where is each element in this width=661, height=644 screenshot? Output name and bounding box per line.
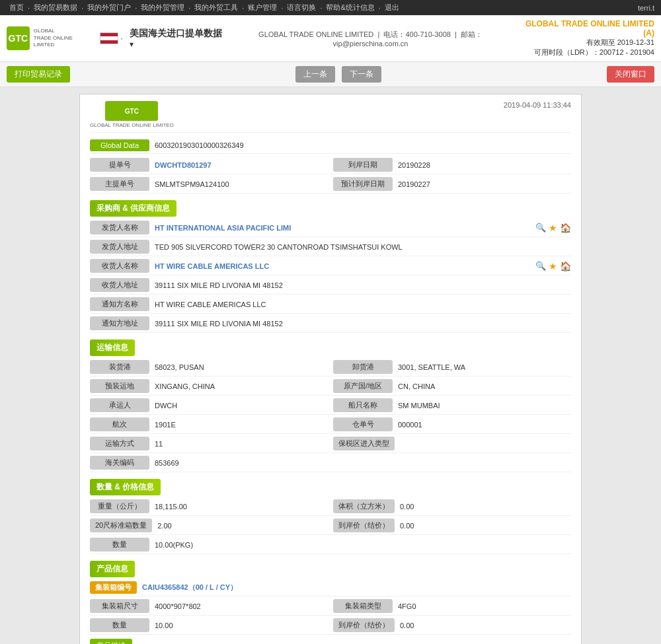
arrival-price-label: 到岸价（结价） bbox=[333, 519, 395, 532]
nav-export-mgmt[interactable]: 我的外贸管理 bbox=[141, 3, 184, 13]
vessel-col: 船只名称 SM MUMBAI bbox=[333, 398, 571, 412]
notify-addr-value: 39111 SIX MILE RD LIVONIA MI 48152 bbox=[155, 320, 571, 328]
arrival-date-value: 20190228 bbox=[398, 161, 571, 169]
main-content: GTC GLOBAL TRADE ONLINE LIMITED 2019-04-… bbox=[0, 87, 661, 644]
shipper-addr-label: 发货人地址 bbox=[90, 240, 149, 254]
pre-loading-col: 预装运地 XINGANG, CHINA bbox=[90, 379, 328, 393]
transport-mode-col: 运输方式 11 bbox=[90, 437, 328, 450]
gtc-icon: GTC bbox=[7, 26, 30, 50]
header-left: GTC GLOBALTRADE ONLINE LIMITED · 美国海关进口提… bbox=[7, 26, 225, 50]
container-type-col: 集装箱类型 4FG0 bbox=[333, 599, 571, 613]
loading-port-col: 装货港 58023, PUSAN bbox=[90, 360, 328, 374]
notify-name-row: 通知方名称 HT WIRE CABLE AMERICAS LLC bbox=[90, 297, 571, 314]
customs-value: 853669 bbox=[155, 459, 571, 467]
transport-section-title: 运输信息 bbox=[90, 340, 135, 356]
customs-row: 海关编码 853669 bbox=[90, 456, 571, 472]
consignee-home-icon[interactable]: 🏠 bbox=[560, 261, 571, 271]
toolbar: 打印贸易记录 上一条 下一条 关闭窗口 bbox=[0, 62, 661, 87]
warehouse-label: 仓单号 bbox=[333, 417, 393, 431]
home-icon[interactable]: 🏠 bbox=[560, 223, 571, 233]
weight-label: 重量（公斤） bbox=[90, 499, 149, 513]
quantity-section: 数量 & 价格信息 重量（公斤） 18,115.00 体积（立方米） 0.00 … bbox=[90, 479, 571, 554]
shipper-addr-value: TED 905 SILVERCORD TOWER2 30 CANTONROAD … bbox=[155, 243, 571, 251]
doc-logo-sub: GLOBAL TRADE ONLINE LIMITED bbox=[90, 122, 174, 128]
notify-name-label: 通知方名称 bbox=[90, 297, 149, 311]
estimated-date-label: 预计到岸日期 bbox=[333, 177, 393, 191]
page-title: 美国海关进口提单数据 bbox=[130, 28, 222, 38]
next-button[interactable]: 下一条 bbox=[342, 66, 381, 83]
pre-loading-label: 预装运地 bbox=[90, 379, 149, 393]
discharge-port-col: 卸货港 3001, SEATTLE, WA bbox=[333, 360, 571, 374]
volume-col: 体积（立方米） 0.00 bbox=[333, 499, 571, 513]
us-flag bbox=[100, 32, 118, 44]
transport-mode-row: 运输方式 11 保税区进入类型 bbox=[90, 437, 571, 453]
container-type-label: 集装箱类型 bbox=[333, 599, 393, 613]
arrival-price-value: 0.00 bbox=[400, 522, 571, 530]
shipper-name-row: 发货人名称 HT INTERNATIONAL ASIA PACIFIC LIMI… bbox=[90, 221, 571, 237]
header-company-info: GLOBAL TRADE ONLINE LIMITED | 电话：400-710… bbox=[225, 30, 516, 48]
shipper-name-label: 发货人名称 bbox=[90, 221, 149, 234]
quantity-label: 数量 bbox=[90, 538, 149, 552]
loading-port-label: 装货港 bbox=[90, 360, 149, 374]
consignee-star-icon[interactable]: ★ bbox=[549, 261, 557, 271]
header-company-name: GLOBAL TRADE ONLINE LIMITED bbox=[258, 30, 373, 38]
flag-separator: · bbox=[121, 34, 123, 43]
bonded-label: 保税区进入类型 bbox=[333, 437, 395, 450]
product-price-label: 到岸价（结价） bbox=[333, 618, 395, 632]
carrier-label: 承运人 bbox=[90, 398, 149, 412]
nav-language[interactable]: 语言切换 bbox=[287, 3, 316, 13]
nav-help[interactable]: 帮助&统计信息 bbox=[326, 3, 374, 13]
nav-account[interactable]: 账户管理 bbox=[248, 3, 277, 13]
gtc-logo: GTC GLOBALTRADE ONLINE LIMITED bbox=[7, 26, 93, 50]
print-button[interactable]: 打印贸易记录 bbox=[7, 66, 70, 83]
nav-home[interactable]: 首页 bbox=[9, 3, 24, 13]
consignee-addr-label: 收货人地址 bbox=[90, 278, 149, 292]
ports-row: 装货港 58023, PUSAN 卸货港 3001, SEATTLE, WA bbox=[90, 360, 571, 376]
origin-label: 原产国/地区 bbox=[333, 379, 393, 393]
product-desc-section: 产品描述 LOW VOLTAGE CABLES WITH CONNECTOR bbox=[90, 639, 571, 644]
prev-button[interactable]: 上一条 bbox=[295, 66, 335, 83]
bonded-col: 保税区进入类型 bbox=[333, 437, 571, 450]
header-valid: 有效期至 2019-12-31 bbox=[516, 38, 654, 48]
voyage-value: 1901E bbox=[155, 421, 328, 429]
product-desc-btn[interactable]: 产品描述 bbox=[90, 639, 132, 644]
weight-col: 重量（公斤） 18,115.00 bbox=[90, 499, 328, 513]
container-no-row: 集装箱编号 CAIU4365842（00 / L / CY） bbox=[90, 581, 571, 596]
consignee-search-icon[interactable]: 🔍 bbox=[535, 261, 546, 271]
nav-trade-data[interactable]: 我的贸易数据 bbox=[34, 3, 77, 13]
nav-export-tools[interactable]: 我的外贸工具 bbox=[194, 3, 238, 13]
header-ldr: 可用时段（LDR）：200712 - 201904 bbox=[516, 48, 654, 57]
close-button[interactable]: 关闭窗口 bbox=[607, 66, 654, 83]
loading-port-value: 58023, PUSAN bbox=[155, 363, 328, 371]
global-data-label: Global Data bbox=[90, 139, 149, 151]
container-type-value: 4FG0 bbox=[398, 602, 571, 610]
arrival-date-label: 到岸日期 bbox=[333, 158, 393, 172]
nav-links: 首页· 我的贸易数据· 我的外贸门户· 我的外贸管理· 我的外贸工具· 账户管理… bbox=[7, 3, 402, 13]
bill-col: 提单号 DWCHTD801297 bbox=[90, 158, 328, 172]
nav-export-portal[interactable]: 我的外贸门户 bbox=[87, 3, 131, 13]
container-size-label: 集装箱尺寸 bbox=[90, 599, 149, 613]
consignee-name-label: 收货人名称 bbox=[90, 259, 149, 273]
container-no-label: 集装箱编号 bbox=[90, 581, 137, 594]
top-navigation: 首页· 我的贸易数据· 我的外贸门户· 我的外贸管理· 我的外贸工具· 账户管理… bbox=[0, 0, 661, 15]
container20-price-row: 20尺标准箱数量 2.00 到岸价（结价） 0.00 bbox=[90, 519, 571, 535]
nav-user: terri.t bbox=[638, 4, 654, 12]
origin-value: CN, CHINA bbox=[398, 382, 571, 390]
voyage-col: 航次 1901E bbox=[90, 417, 328, 431]
star-icon[interactable]: ★ bbox=[549, 223, 557, 233]
product-qty-label: 数量 bbox=[90, 618, 149, 632]
nav-logout[interactable]: 退出 bbox=[385, 3, 399, 13]
product-section: 产品信息 集装箱编号 CAIU4365842（00 / L / CY） 集装箱尺… bbox=[90, 561, 571, 644]
toolbar-nav: 上一条 下一条 bbox=[293, 66, 383, 83]
container-size-value: 4000*907*802 bbox=[155, 602, 328, 610]
estimated-date-value: 20190227 bbox=[398, 180, 571, 188]
discharge-port-value: 3001, SEATTLE, WA bbox=[398, 363, 571, 371]
volume-value: 0.00 bbox=[400, 503, 571, 511]
search-icon[interactable]: 🔍 bbox=[535, 223, 546, 233]
page-header: GTC GLOBALTRADE ONLINE LIMITED · 美国海关进口提… bbox=[0, 15, 661, 62]
vessel-value: SM MUMBAI bbox=[398, 402, 571, 410]
bill-no-label: 提单号 bbox=[90, 158, 149, 172]
estimated-date-col: 预计到岸日期 20190227 bbox=[333, 177, 571, 191]
doc-timestamp: 2019-04-09 11:33:44 bbox=[504, 101, 571, 109]
transport-mode-value: 11 bbox=[155, 440, 328, 448]
